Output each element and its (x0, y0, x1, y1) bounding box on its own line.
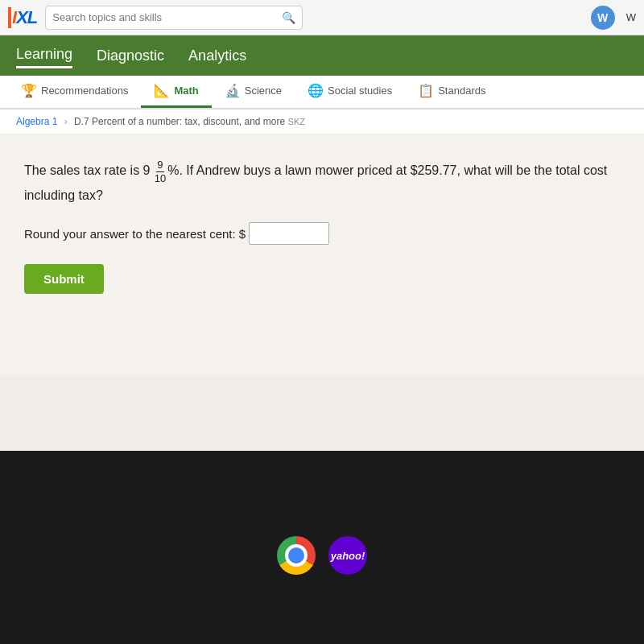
math-icon: 📐 (154, 83, 170, 98)
user-avatar[interactable]: W (591, 6, 615, 30)
nav-learning[interactable]: Learning (16, 43, 72, 68)
tab-recommendations[interactable]: 🏆 Recommendations (8, 76, 141, 108)
chrome-icon[interactable] (277, 536, 316, 575)
browser-bar: IXL 🔍 W W (0, 0, 644, 35)
answer-label: Round your answer to the nearest cent: $ (24, 227, 246, 241)
tab-social-studies[interactable]: 🌐 Social studies (295, 76, 405, 108)
answer-row: Round your answer to the nearest cent: $ (24, 222, 620, 245)
ixl-logo: IXL (8, 7, 37, 28)
submit-button[interactable]: Submit (24, 264, 104, 294)
fraction-numerator: 9 (156, 159, 163, 172)
search-input[interactable] (52, 11, 277, 23)
standards-icon: 📋 (418, 83, 434, 98)
user-label: W (626, 11, 636, 23)
answer-input[interactable] (249, 222, 329, 245)
tab-math[interactable]: 📐 Math (141, 76, 211, 108)
breadcrumb: Algebra 1 › D.7 Percent of a number: tax… (0, 109, 644, 134)
avatar-initial: W (597, 11, 608, 24)
question-text: The sales tax rate is 9 9 10 %. If Andre… (24, 159, 620, 206)
fraction-denominator: 10 (154, 172, 167, 185)
breadcrumb-skill: D.7 Percent of a number: tax, discount, … (74, 116, 285, 127)
science-icon: 🔬 (225, 83, 241, 98)
nav-analytics[interactable]: Analytics (188, 44, 246, 68)
nav-diagnostic[interactable]: Diagnostic (97, 44, 164, 68)
tab-science[interactable]: 🔬 Science (212, 76, 295, 108)
search-icon: 🔍 (282, 11, 295, 24)
sub-nav: 🏆 Recommendations 📐 Math 🔬 Science 🌐 Soc… (0, 76, 644, 109)
tab-standards[interactable]: 📋 Standards (405, 76, 498, 108)
main-content: The sales tax rate is 9 9 10 %. If Andre… (0, 134, 644, 376)
search-bar[interactable]: 🔍 (45, 6, 303, 30)
taskbar: yahoo! (0, 451, 644, 644)
browser-screen: IXL 🔍 W W Learning Diagnostic Analytics … (0, 0, 644, 451)
skill-code: SKZ (288, 117, 305, 126)
yahoo-icon[interactable]: yahoo! (328, 536, 367, 575)
social-studies-icon: 🌐 (308, 83, 324, 98)
recommendations-icon: 🏆 (21, 83, 37, 98)
fraction: 9 10 (154, 159, 167, 184)
main-nav: Learning Diagnostic Analytics (0, 35, 644, 76)
breadcrumb-subject[interactable]: Algebra 1 (16, 116, 57, 127)
